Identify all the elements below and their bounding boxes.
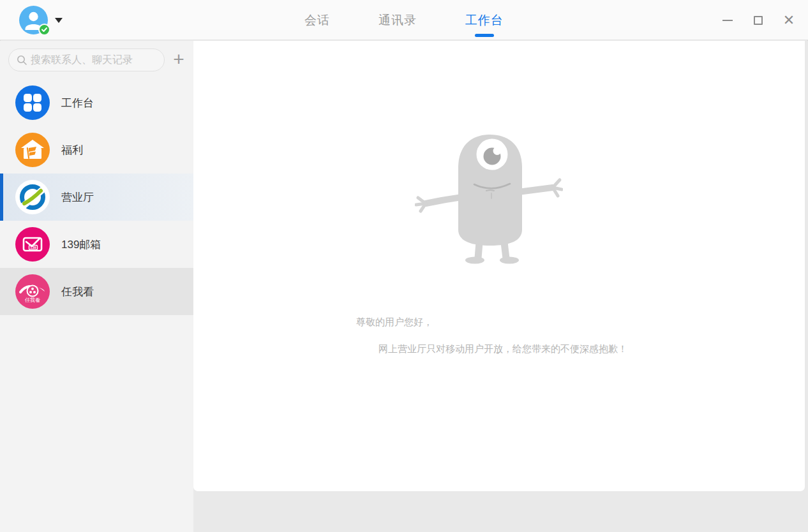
- close-icon: ✕: [783, 13, 795, 27]
- sidebar-item-label: 福利: [61, 143, 83, 158]
- sidebar-item-welfare[interactable]: 福利: [0, 126, 193, 174]
- sidebar-item-business-hall[interactable]: 营业厅: [0, 174, 193, 221]
- empty-state-message: 网上营业厅只对移动用户开放，给您带来的不便深感抱歉！: [378, 343, 627, 355]
- tab-workbench[interactable]: 工作台: [464, 10, 505, 31]
- search-input[interactable]: [31, 54, 156, 66]
- maximize-icon: [754, 16, 763, 25]
- sidebar: + 工作台: [0, 41, 193, 532]
- tab-label: 会话: [304, 13, 330, 27]
- svg-text:任我看: 任我看: [24, 297, 40, 303]
- add-button[interactable]: +: [168, 50, 189, 70]
- window-controls: ✕: [720, 0, 797, 40]
- tab-label: 工作台: [465, 13, 504, 27]
- eye-film-icon: 任我看: [15, 274, 50, 309]
- sidebar-item-label: 任我看: [61, 284, 94, 299]
- sidebar-item-139-mail[interactable]: 139 139邮箱: [0, 221, 193, 268]
- sidebar-item-label: 139邮箱: [61, 237, 101, 252]
- tab-label: 通讯录: [378, 13, 417, 27]
- search-box[interactable]: [8, 48, 165, 71]
- tab-contacts[interactable]: 通讯录: [377, 10, 418, 31]
- maximize-button[interactable]: [751, 13, 766, 28]
- app-grid-icon: [15, 85, 50, 120]
- title-bar: 会话 通讯录 工作台 ✕: [0, 0, 808, 40]
- mail-139-icon: 139: [15, 227, 50, 262]
- main-tabs: 会话 通讯录 工作台: [0, 0, 808, 40]
- sidebar-nav: 工作台 福利: [0, 79, 193, 315]
- sidebar-item-video[interactable]: 任我看 任我看: [0, 268, 193, 315]
- search-row: +: [0, 48, 193, 71]
- china-mobile-logo-icon: [15, 180, 50, 214]
- minimize-button[interactable]: [720, 13, 735, 28]
- close-button[interactable]: ✕: [781, 13, 797, 28]
- sidebar-item-label: 营业厅: [61, 190, 94, 205]
- tab-conversations[interactable]: 会话: [303, 10, 331, 31]
- house-flag-icon: [15, 133, 50, 167]
- sidebar-item-workbench[interactable]: 工作台: [0, 79, 193, 126]
- minimize-icon: [722, 20, 733, 21]
- empty-state-greeting: 尊敬的用户您好，: [356, 316, 433, 329]
- sad-monster-illustration: [415, 131, 563, 266]
- footer-strip: [193, 491, 808, 532]
- tab-active-underline: [475, 34, 494, 37]
- content-card: 尊敬的用户您好， 网上营业厅只对移动用户开放，给您带来的不便深感抱歉！: [193, 41, 805, 491]
- sidebar-item-label: 工作台: [61, 96, 94, 110]
- search-icon: [17, 55, 27, 66]
- main-area: 尊敬的用户您好， 网上营业厅只对移动用户开放，给您带来的不便深感抱歉！: [193, 41, 808, 532]
- svg-text:139: 139: [30, 246, 36, 249]
